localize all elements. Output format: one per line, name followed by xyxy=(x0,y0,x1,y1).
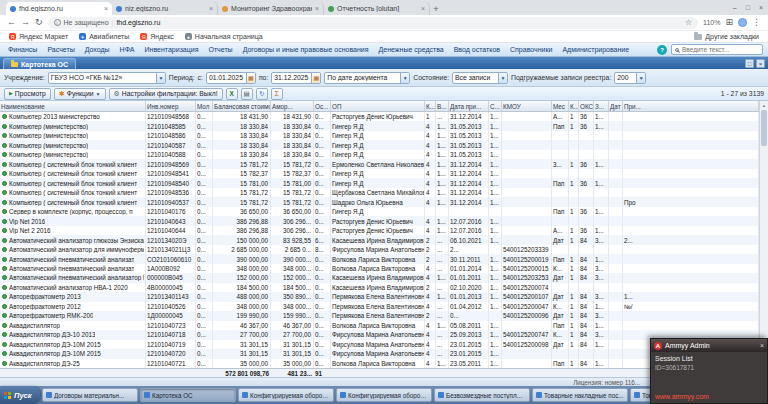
table-row[interactable]: Компьютер ( системный блок тонкий клиент… xyxy=(0,178,759,187)
app-search[interactable] xyxy=(671,44,763,55)
table-row[interactable]: Аквадистиллятор ДЭ-25121010407210...35 0… xyxy=(0,359,759,368)
column-header[interactable]: Балансовая стоимость xyxy=(213,101,271,111)
taskbar-window-button[interactable]: Товарные накладные пос... xyxy=(532,388,628,402)
bookmark-item[interactable]: ✈Авиабилеты xyxy=(79,33,129,40)
table-row[interactable]: Vip Net 2 2016121010406440...386 296,883… xyxy=(0,226,759,235)
column-header[interactable]: К... xyxy=(425,101,436,111)
functions-button[interactable]: ✱ Функции ▼ xyxy=(54,88,106,100)
column-header[interactable]: КМОУ xyxy=(502,101,552,111)
table-row[interactable]: Аквадистиллятор ДЭ-10 2013121010407180..… xyxy=(0,330,759,339)
calendar-icon[interactable]: ▦ xyxy=(311,73,320,83)
restore-tab-icon[interactable]: □ xyxy=(745,59,754,68)
menu-item[interactable]: Инвентаризация xyxy=(140,46,204,53)
menu-item[interactable]: Администрирование xyxy=(557,46,634,53)
address-field[interactable]: i Не защищено | fhd.egiszno.ru ☆ xyxy=(48,17,699,29)
filter-settings-button[interactable]: ⚙ Настройки фильтрации: Выкл! xyxy=(109,88,223,100)
menu-item[interactable]: Справочники xyxy=(505,46,557,53)
table-row[interactable]: Компьютер ( системный блок тонкий клиент… xyxy=(0,197,759,206)
table-row[interactable]: Аквадистиллятор ДЭ-10М 2015121010407200.… xyxy=(0,349,759,358)
new-tab-button[interactable]: + xyxy=(430,3,442,15)
table-row[interactable]: Автоматический пневматический анализат1А… xyxy=(0,264,759,273)
chevron-down-icon[interactable]: ▼ xyxy=(156,73,165,83)
column-header[interactable]: Наименование xyxy=(0,101,146,111)
profile-avatar[interactable] xyxy=(738,18,747,27)
institution-select[interactable]: ГБУЗ НСО «ГКБ №12» ▼ xyxy=(48,72,166,84)
minimize-window-icon[interactable]: – xyxy=(733,4,737,11)
column-header[interactable]: При... xyxy=(623,101,759,111)
refresh-button[interactable]: ↻ xyxy=(256,88,268,100)
info-icon[interactable]: i xyxy=(54,19,61,26)
column-header[interactable]: ОП xyxy=(331,101,425,111)
menu-item[interactable]: Ввод остатков xyxy=(449,46,505,53)
table-row[interactable]: Компьютер ( системный блок тонкий клиент… xyxy=(0,188,759,197)
table-row[interactable]: Аквадистиллятор ДЭ-10М 2015121010407190.… xyxy=(0,340,759,349)
menu-item[interactable]: Денежные средства xyxy=(374,46,449,53)
back-icon[interactable]: ← xyxy=(7,18,16,27)
maximize-window-icon[interactable]: □ xyxy=(746,4,750,11)
reload-icon[interactable]: ↻ xyxy=(35,18,43,27)
support-icon[interactable]: ? xyxy=(657,45,667,55)
close-window-icon[interactable]: × xyxy=(759,4,763,11)
column-header[interactable]: К... xyxy=(569,101,579,111)
zoom-level[interactable]: 110% xyxy=(703,19,720,26)
table-row[interactable]: Авторефрактометр RMK-2001Д000000450...19… xyxy=(0,311,759,320)
page-size-select[interactable]: 200 ▼ xyxy=(614,72,646,84)
column-header[interactable]: Амор... xyxy=(271,101,314,111)
table-row[interactable]: Компьютер ( системный блок тонкий клиент… xyxy=(0,159,759,168)
table-row[interactable]: Компьютер ( системный блок тонкий клиент… xyxy=(0,169,759,178)
column-header[interactable]: З... xyxy=(594,101,609,111)
table-row[interactable]: Компьютер (министерство)121010485860...1… xyxy=(0,131,759,140)
vertical-scrollbar[interactable]: ▲ ▼ xyxy=(759,101,768,377)
taskbar-window-button[interactable]: Картотека ОС xyxy=(140,388,236,402)
ammyy-admin-window[interactable]: A Ammyy Admin × Session List ID=30617871… xyxy=(650,338,768,404)
bookmark-star-icon[interactable]: ☆ xyxy=(685,18,692,27)
bookmark-item[interactable]: ●Начальная страница xyxy=(185,33,263,40)
ammyy-title-bar[interactable]: A Ammyy Admin × xyxy=(651,339,767,352)
view-button[interactable]: ▶ Просмотр xyxy=(4,88,51,100)
start-button[interactable]: Пуск xyxy=(0,386,40,404)
menu-item[interactable]: НФА xyxy=(115,46,140,53)
tab-close-icon[interactable]: × xyxy=(104,5,108,12)
date-to-field[interactable]: 31.12.2025 ▦ xyxy=(271,72,321,84)
scroll-up-icon[interactable]: ▲ xyxy=(760,101,768,109)
table-row[interactable]: Автоматический анализатор глюкозы Энзиск… xyxy=(0,235,759,244)
column-header[interactable]: Дата при... xyxy=(449,101,489,111)
table-row[interactable]: Авторефрактометр 2012121010405260...348 … xyxy=(0,302,759,311)
menu-item[interactable]: Доходы xyxy=(80,46,115,53)
close-icon[interactable]: × xyxy=(760,342,764,349)
forward-icon[interactable]: → xyxy=(21,18,30,27)
table-row[interactable]: Автоматический анализатор для иммуноферм… xyxy=(0,245,759,254)
menu-item[interactable]: Расчеты xyxy=(42,46,79,53)
column-header[interactable]: В... xyxy=(436,101,449,111)
scrollbar-thumb[interactable] xyxy=(761,110,767,146)
state-select[interactable]: Все записи ▼ xyxy=(452,72,508,84)
column-header[interactable]: Дат xyxy=(609,101,623,111)
print-button[interactable]: ▤ xyxy=(241,88,253,100)
tab-close-icon[interactable]: × xyxy=(421,5,425,12)
table-row[interactable]: Сервер в комплекте (корпус, процессор, п… xyxy=(0,207,759,216)
table-row[interactable]: Компьютер (министерство)121010485850...1… xyxy=(0,121,759,130)
column-header[interactable]: Ос... xyxy=(314,101,331,111)
column-header[interactable]: ОКС xyxy=(579,101,594,111)
extensions-icon[interactable]: ⊞ xyxy=(725,18,733,27)
table-row[interactable]: Авторефрактометр 20131210134011430...488… xyxy=(0,292,759,301)
table-row[interactable]: Vip Net 2016121010406430...386 296,88306… xyxy=(0,216,759,225)
date-mode-select[interactable]: По дате документа ▼ xyxy=(324,72,410,84)
chevron-down-icon[interactable]: ▼ xyxy=(400,73,409,83)
table-row[interactable]: Аквадистиллятор121010407230...46 367,004… xyxy=(0,321,759,330)
table-row[interactable]: Компьютер (министерство)121010405880...1… xyxy=(0,150,759,159)
menu-item[interactable]: Отчеты xyxy=(203,46,237,53)
bookmark-item[interactable]: ЯЯндекс xyxy=(140,33,174,40)
chevron-down-icon[interactable]: ▼ xyxy=(498,73,507,83)
ammyy-website-link[interactable]: www.ammyy.com xyxy=(651,393,767,403)
taskbar-window-button[interactable]: Безвозмездные поступлен... xyxy=(434,388,530,402)
search-input[interactable] xyxy=(682,46,759,53)
taskbar-window-button[interactable]: Конфигурируемая оборотн... xyxy=(238,388,334,402)
column-header[interactable]: С... xyxy=(489,101,502,111)
chevron-down-icon[interactable]: ▼ xyxy=(636,73,645,83)
bookmark-item[interactable]: ЯЯндекс Маркет xyxy=(9,33,68,40)
sum-button[interactable]: Σ xyxy=(271,88,283,100)
column-header[interactable]: Мол xyxy=(196,101,213,111)
browser-tab[interactable]: niz.egiszno.ru× xyxy=(112,2,218,15)
menu-item[interactable]: Финансы xyxy=(3,46,42,53)
